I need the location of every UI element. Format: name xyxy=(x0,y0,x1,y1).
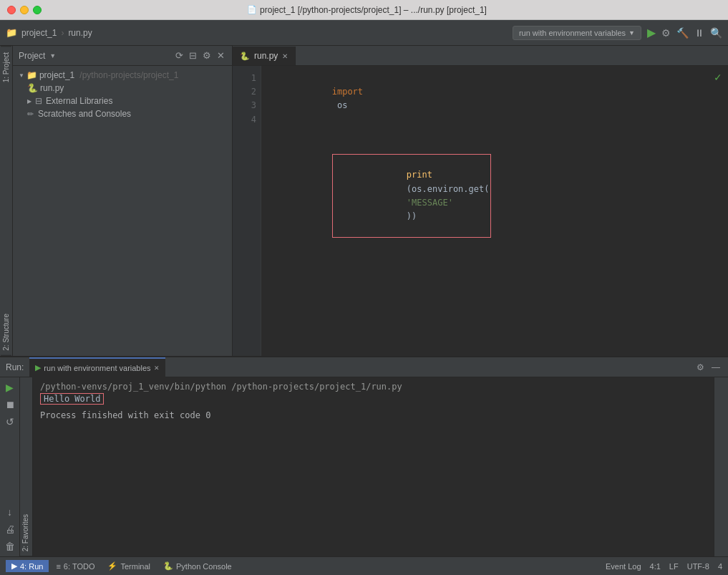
bottom-tab-todo[interactable]: ≡ 6: TODO xyxy=(50,561,100,572)
highlighted-line: print (os.environ.get( 'MESSAGE' )) xyxy=(332,154,492,238)
favorites-side-tab[interactable]: 2: Favorites xyxy=(20,510,32,556)
search-icon: 🔍 xyxy=(710,27,722,39)
fullscreen-window-btn[interactable] xyxy=(33,6,42,14)
run-sidebar: ▶ ⏹ ↺ ↓ 🖨 🗑 xyxy=(0,377,20,556)
run-settings-button[interactable]: ⚙ xyxy=(694,362,707,372)
run-tab-icon: ▶ xyxy=(11,561,17,571)
run-tab[interactable]: ▶ run with environment variables ✕ xyxy=(29,357,165,377)
window-controls[interactable] xyxy=(7,6,42,14)
line-num-2: 2 xyxy=(238,85,256,99)
checkmark-icon: ✓ xyxy=(714,72,722,83)
close-window-btn[interactable] xyxy=(7,6,16,14)
run-content: ▶ ⏹ ↺ ↓ 🖨 🗑 2: Favorites /python-venvs/p… xyxy=(0,377,728,556)
build-button[interactable]: 🔨 xyxy=(676,27,689,39)
collapse-all-button[interactable]: ⊟ xyxy=(188,50,198,61)
left-side-tabs: 1: Project 2: Structure xyxy=(0,46,13,356)
run-tab-close-button[interactable]: ✕ xyxy=(154,364,160,372)
tree-item-external-libraries[interactable]: ▶ ⊟ External Libraries xyxy=(13,95,232,107)
line-separator: LF xyxy=(669,562,679,571)
rerun-failed-button[interactable]: ↺ xyxy=(4,415,16,429)
close-panel-button[interactable]: ✕ xyxy=(215,50,226,61)
bottom-tab-python-console[interactable]: 🐍 Python Console xyxy=(157,560,238,572)
run-panel-header: Run: ▶ run with environment variables ✕ … xyxy=(0,357,728,377)
file-breadcrumb[interactable]: run.py xyxy=(68,28,92,38)
pause-button[interactable]: ⏸ xyxy=(694,27,704,39)
library-icon: ⊟ xyxy=(35,96,42,106)
dropdown-icon: ▼ xyxy=(49,52,56,59)
title-file-icon: 📄 xyxy=(247,5,257,14)
panel-settings-button[interactable]: ⚙ xyxy=(201,50,213,61)
print-button[interactable]: 🖨 xyxy=(4,522,16,536)
run-play-icon: ▶ xyxy=(647,26,656,39)
python-file-icon: 🐍 xyxy=(240,52,250,61)
right-actions xyxy=(714,377,728,556)
tree-item-runpy[interactable]: 🐍 run.py xyxy=(13,82,232,95)
chevron-right-icon: ▶ xyxy=(27,98,31,105)
tree-item-label: project_1 xyxy=(39,70,74,80)
run-output: /python-venvs/proj_1_venv/bin/python /py… xyxy=(33,377,714,556)
string-literal: 'MESSAGE' xyxy=(407,198,453,208)
cursor-position: 4:1 xyxy=(650,562,661,571)
bottom-tab-run[interactable]: ▶ 4: Run xyxy=(6,560,49,572)
line-num-3: 3 xyxy=(238,99,256,112)
terminal-tab-icon: ⚡ xyxy=(107,561,117,571)
close-run-panel-button[interactable]: — xyxy=(709,362,722,372)
tree-item-label: External Libraries xyxy=(46,96,112,106)
hello-world-text: Hello World xyxy=(40,393,104,405)
run-config-button[interactable]: run with environment variables ▼ xyxy=(513,26,641,40)
terminal-tab-label: Terminal xyxy=(120,562,150,571)
hammer-icon: 🔨 xyxy=(676,27,689,39)
run-button[interactable]: ▶ xyxy=(647,26,656,39)
line-num-4: 4 xyxy=(238,113,256,127)
todo-tab-icon: ≡ xyxy=(56,562,60,571)
editor-content[interactable]: 1 2 3 4 import os print (os.environ.get( xyxy=(233,66,728,356)
breadcrumb: project_1 › run.py xyxy=(21,28,92,38)
tab-close-button[interactable]: ✕ xyxy=(282,52,288,60)
chevron-down-icon: ▼ xyxy=(628,29,635,37)
hello-world-output: Hello World xyxy=(40,393,707,407)
code-area[interactable]: import os print (os.environ.get( 'MESSAG… xyxy=(261,66,728,356)
python-console-icon: 🐍 xyxy=(163,561,173,571)
editor-tab-runpy[interactable]: 🐍 run.py ✕ xyxy=(233,47,296,65)
run-side-tabs: 2: Favorites xyxy=(20,377,33,556)
scratches-icon: ✏ xyxy=(27,110,34,119)
project-panel-header: Project ▼ ⟳ ⊟ ⚙ ✕ xyxy=(13,46,232,66)
bottom-tab-terminal[interactable]: ⚡ Terminal xyxy=(102,560,156,572)
editor-area: 🐍 run.py ✕ 1 2 3 4 import os xyxy=(233,46,728,356)
project-side-tab[interactable]: 1: Project xyxy=(1,46,11,88)
toolbar-right-actions: run with environment variables ▼ ▶ ⚙ 🔨 ⏸… xyxy=(513,26,722,40)
minimize-window-btn[interactable] xyxy=(20,6,29,14)
project-name[interactable]: project_1 xyxy=(21,28,57,38)
bottom-right-info: Event Log 4:1 LF UTF-8 4 xyxy=(606,562,722,571)
code-line-1: import os xyxy=(270,72,719,127)
settings-button[interactable]: ⚙ xyxy=(661,27,671,39)
stop-button[interactable]: ⏹ xyxy=(4,397,16,412)
code-line-4 xyxy=(270,251,719,265)
tree-item-scratches[interactable]: ✏ Scratches and Consoles xyxy=(13,107,232,120)
line-num-1: 1 xyxy=(238,72,256,85)
keyword-import: import xyxy=(332,87,363,97)
tree-item-path: /python-projects/project_1 xyxy=(79,70,178,80)
function-name: print xyxy=(407,170,432,180)
event-log-link[interactable]: Event Log xyxy=(606,562,641,571)
structure-side-tab[interactable]: 2: Structure xyxy=(1,309,11,356)
clear-all-button[interactable]: 🗑 xyxy=(4,539,16,554)
run-panel: Run: ▶ run with environment variables ✕ … xyxy=(0,356,728,556)
run-tab-label: 4: Run xyxy=(20,562,43,571)
line-numbers: 1 2 3 4 xyxy=(233,66,261,356)
tree-item-project-root[interactable]: ▼ 📁 project_1 /python-projects/project_1 xyxy=(13,69,232,82)
run-config-label: run with environment variables xyxy=(519,29,626,37)
window-title: 📄 project_1 [/python-projects/project_1]… xyxy=(247,5,487,15)
scroll-end-button[interactable]: ↓ xyxy=(6,505,14,519)
python-file-icon: 🐍 xyxy=(27,83,38,93)
rerun-button[interactable]: ▶ xyxy=(4,380,15,395)
run-tab-label: run with environment variables xyxy=(44,364,150,372)
main-toolbar: 📁 project_1 › run.py run with environmen… xyxy=(0,20,728,46)
main-container: 📁 project_1 › run.py run with environmen… xyxy=(0,20,728,575)
sync-files-button[interactable]: ⟳ xyxy=(174,50,185,61)
content-area: 1: Project 2: Structure Project ▼ ⟳ ⊟ ⚙ … xyxy=(0,46,728,356)
cmd-line: /python-venvs/proj_1_venv/bin/python /py… xyxy=(40,382,707,392)
tree-item-label: Scratches and Consoles xyxy=(38,109,131,119)
search-everywhere-button[interactable]: 🔍 xyxy=(710,27,722,39)
tree-item-label: run.py xyxy=(40,83,64,93)
